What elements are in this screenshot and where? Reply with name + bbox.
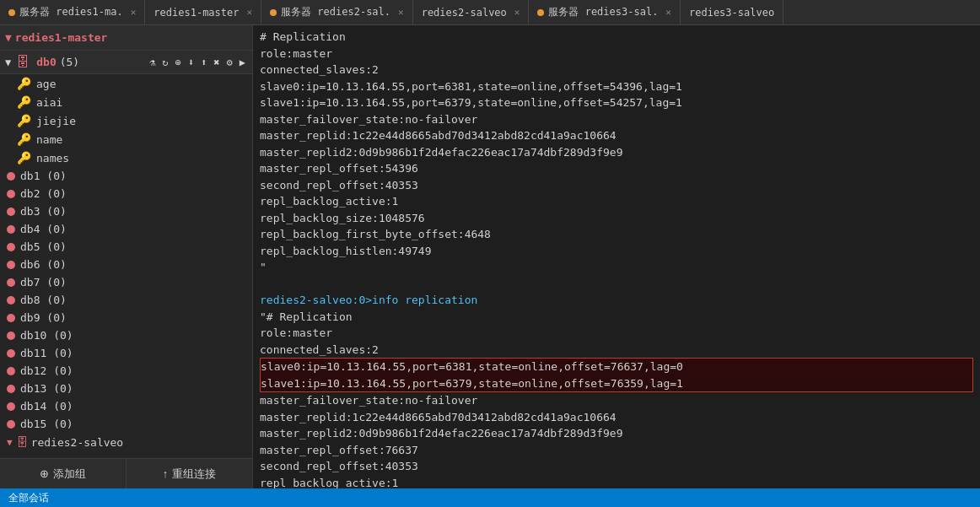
terminal-panel[interactable]: # Replication role:master connected_slav… [253, 25, 980, 488]
key-name: jiejie [36, 115, 76, 127]
sidebar-key-list: 🔑 age 🔑 aiai 🔑 jiejie 🔑 name 🔑 names [0, 74, 252, 458]
db-dot [7, 190, 15, 198]
db-item-label: db10 (0) [20, 329, 73, 342]
key-icon: 🔑 [17, 151, 31, 165]
key-icon: 🔑 [17, 114, 31, 127]
tab-server-redies2-sal[interactable]: 服务器 redies2-sal. ✕ [261, 0, 413, 24]
key-item-names[interactable]: 🔑 names [0, 148, 252, 167]
db-item-label: db11 (0) [20, 347, 73, 359]
term-line: " [260, 259, 973, 276]
server-arrow-icon: ▼ [5, 31, 12, 44]
tab-label: redies3-salveo [689, 7, 774, 19]
filter-icon[interactable]: ⚗ [148, 56, 157, 69]
redies2-db-icon: 🗄 [16, 435, 28, 449]
settings-icon[interactable]: ⚙ [225, 56, 234, 69]
db-dot [7, 172, 15, 181]
import-icon[interactable]: ⬇ [186, 56, 196, 69]
db-item-db8[interactable]: db8 (0) [0, 291, 252, 309]
add-icon[interactable]: ⊕ [174, 56, 183, 69]
term-line: connected_slaves:2 [260, 342, 973, 359]
key-item-jiejie[interactable]: 🔑 jiejie [0, 111, 252, 130]
redies2-arrow-icon: ▼ [7, 437, 13, 448]
tab-close-icon[interactable]: ✕ [514, 7, 520, 18]
key-item-aiai[interactable]: 🔑 aiai [0, 93, 252, 111]
tab-label: 服务器 redies2-sal. [281, 5, 390, 19]
tab-label: redies1-master [153, 7, 239, 19]
db0-toolbar: ⚗ ↻ ⊕ ⬇ ⬆ ✖ ⚙ ▶ [148, 56, 247, 69]
db-dot [7, 261, 15, 269]
tab-label: 服务器 redies3-sal. [548, 5, 658, 19]
tab-dot-orange [8, 9, 15, 16]
term-line: master_repl_offset:54396 [260, 160, 973, 177]
key-item-age[interactable]: 🔑 age [0, 74, 252, 93]
db-dot [7, 385, 15, 393]
tab-redies1-master[interactable]: redies1-master ✕ [145, 0, 261, 24]
db-item-label: db1 (0) [20, 170, 67, 182]
db0-section-header[interactable]: ▼ 🗄 db0 (5) ⚗ ↻ ⊕ ⬇ ⬆ ✖ ⚙ ▶ [0, 51, 252, 74]
term-line: role:master [260, 325, 973, 342]
tab-server-redies3-sal[interactable]: 服务器 redies3-sal. ✕ [529, 0, 681, 24]
db-item-label: db14 (0) [20, 400, 73, 413]
redies2-salveo-item[interactable]: ▼ 🗄 redies2-salveo [0, 433, 252, 451]
term-command-line: redies2-salveo:0>info replication [260, 292, 973, 309]
db-item-label: db5 (0) [20, 240, 67, 253]
key-icon: 🔑 [17, 132, 31, 146]
server-header: ▼ redies1-master [0, 25, 252, 51]
term-line: master_repl_offset:76637 [260, 442, 973, 459]
add-group-button[interactable]: ⊕ 添加组 [0, 459, 127, 488]
key-icon: 🔑 [17, 77, 31, 90]
tab-redies2-salveo[interactable]: redies2-salveo ✕ [413, 0, 530, 24]
db-dot [7, 332, 15, 340]
tab-label: 服务器 redies1-ma. [19, 5, 123, 19]
db-item-db14[interactable]: db14 (0) [0, 397, 252, 415]
db-dot [7, 314, 15, 322]
term-line: master_replid2:0d9b986b1f2d4efac226eac17… [260, 144, 973, 161]
db-item-db13[interactable]: db13 (0) [0, 380, 252, 397]
tab-close-icon[interactable]: ✕ [131, 7, 137, 18]
tab-close-icon[interactable]: ✕ [246, 7, 252, 18]
db-item-db7[interactable]: db7 (0) [0, 273, 252, 291]
status-bar: 全部会话 [0, 488, 980, 507]
db-item-db6[interactable]: db6 (0) [0, 256, 252, 273]
db-dot [7, 420, 15, 429]
db-item-db3[interactable]: db3 (0) [0, 202, 252, 220]
tab-server-redies1-ma[interactable]: 服务器 redies1-ma. ✕ [0, 0, 145, 24]
delete-icon[interactable]: ✖ [212, 56, 221, 69]
term-line: connected_slaves:2 [260, 62, 973, 78]
db-item-db4[interactable]: db4 (0) [0, 220, 252, 238]
db-item-db15[interactable]: db15 (0) [0, 415, 252, 433]
refresh-icon[interactable]: ↻ [160, 56, 170, 69]
key-item-name[interactable]: 🔑 name [0, 130, 252, 148]
db-dot [7, 278, 15, 287]
db-item-db5[interactable]: db5 (0) [0, 238, 252, 256]
term-line: master_failover_state:no-failover [260, 111, 973, 128]
key-name: age [36, 78, 56, 90]
db-item-label: db7 (0) [20, 276, 67, 289]
tab-redies3-salveo[interactable]: redies3-salveo [681, 0, 783, 24]
terminal-icon[interactable]: ▶ [238, 56, 247, 69]
db-item-db11[interactable]: db11 (0) [0, 344, 252, 362]
sidebar: ▼ redies1-master ▼ 🗄 db0 (5) ⚗ ↻ ⊕ ⬇ ⬆ ✖… [0, 25, 253, 488]
db-item-db1[interactable]: db1 (0) [0, 167, 252, 185]
export-icon[interactable]: ⬆ [199, 56, 208, 69]
term-line: master_replid2:0d9b986b1f2d4efac226eac17… [260, 425, 973, 442]
term-line: slave1:ip=10.13.164.55,port=6379,state=o… [260, 94, 973, 111]
reconnect-button[interactable]: ↑ 重组连接 [127, 459, 252, 488]
tab-close-icon[interactable]: ✕ [398, 7, 404, 18]
db-item-db12[interactable]: db12 (0) [0, 362, 252, 380]
db-item-label: db2 (0) [20, 187, 67, 200]
add-group-label: 添加组 [53, 467, 86, 482]
term-line: repl_backlog_active:1 [260, 475, 973, 489]
db-item-label: db6 (0) [20, 258, 67, 271]
key-name: names [36, 152, 69, 165]
db-item-db10[interactable]: db10 (0) [0, 326, 252, 344]
highlighted-block: slave0:ip=10.13.164.55,port=6381,state=o… [260, 358, 973, 392]
db-item-label: db13 (0) [20, 382, 73, 395]
tab-label: redies2-salveo [422, 7, 507, 19]
term-line: repl_backlog_first_byte_offset:4648 [260, 226, 973, 243]
db-item-db9[interactable]: db9 (0) [0, 309, 252, 326]
db0-label: db0 (5) [36, 56, 79, 68]
tab-close-icon[interactable]: ✕ [665, 7, 671, 18]
term-line: repl_backlog_histlen:49749 [260, 243, 973, 260]
db-item-db2[interactable]: db2 (0) [0, 185, 252, 202]
